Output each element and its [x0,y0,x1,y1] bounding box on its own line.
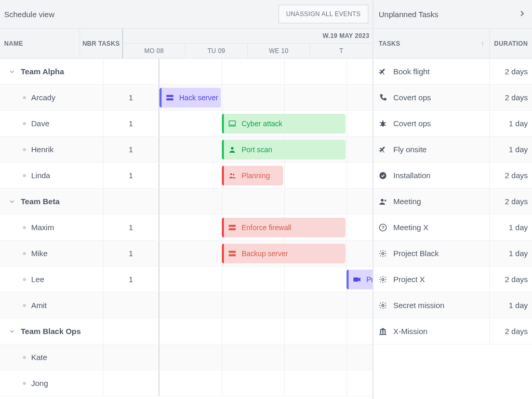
gear-icon [379,249,387,258]
row-timeline-cell[interactable] [159,59,373,84]
unplanned-task-row[interactable]: Secret mission 1 day [374,292,532,318]
server-icon [228,223,236,232]
timeline-gridline [284,267,285,292]
resource-row[interactable]: Amit [0,292,373,318]
task-duration-cell: 2 days [490,318,532,344]
row-name-cell[interactable]: Jong [0,370,103,396]
row-timeline-cell[interactable] [159,318,373,344]
task-label: Project X [393,275,425,284]
bullet-icon [23,278,26,281]
task-label: Installation [393,171,431,180]
row-name-cell[interactable]: Team Beta [0,189,103,214]
scheduled-event[interactable]: Enforce firewall [222,218,345,237]
timeline-gridline [347,241,347,266]
unplanned-task-row[interactable]: Meeting X 1 day [374,215,532,241]
unplanned-task-row[interactable]: Book flight 2 days [374,59,532,85]
team-row[interactable]: Team Alpha [0,59,373,85]
row-name-cell[interactable]: Linda [0,163,103,188]
timeline-gridline [347,370,347,396]
day-header[interactable]: TU 09 [185,44,248,58]
unplanned-task-row[interactable]: Project Black 1 day [374,241,532,267]
row-timeline-cell[interactable] [159,344,373,370]
unplanned-task-row[interactable]: Fly onsite 1 day [374,137,532,163]
event-label: Backup server [242,249,288,258]
row-timeline-cell[interactable]: Enforce firewall [159,215,373,240]
collapse-panel-icon[interactable] [517,9,527,20]
resource-row[interactable]: Mike1Backup server [0,241,373,267]
row-timeline-cell[interactable]: Port scan [159,137,373,162]
chevron-down-icon[interactable] [8,328,16,335]
scheduled-event[interactable]: Hack server [159,88,221,108]
unplanned-task-row[interactable]: X-Mission 2 days [374,318,532,344]
row-timeline-cell[interactable]: Backup server [159,241,373,266]
unplanned-task-row[interactable]: Project X 2 days [374,267,532,292]
resource-row[interactable]: Kate [0,344,373,370]
unassign-all-button[interactable]: UNASSIGN ALL EVENTS [278,5,368,23]
team-row[interactable]: Team Beta [0,189,373,215]
person-label: Linda [31,171,50,180]
unplanned-task-row[interactable]: Installation 2 days [374,163,532,189]
resource-row[interactable]: Arcady1Hack server [0,85,373,111]
resource-row[interactable]: Jong [0,370,373,396]
resource-row[interactable]: Henrik1Port scan [0,137,373,163]
row-name-cell[interactable]: Mike [0,241,103,266]
plane-icon [379,68,387,76]
schedule-header: Schedule view UNASSIGN ALL EVENTS [0,0,373,28]
event-label: Hack server [179,94,218,102]
bullet-icon [23,96,26,99]
resource-row[interactable]: Maxim1Enforce firewall [0,215,373,241]
question-icon [379,223,387,232]
task-label: Meeting X [393,223,429,232]
resource-row[interactable]: Linda1Planning [0,163,373,189]
scheduled-event[interactable]: Port scan [222,140,345,159]
column-header-nbr[interactable]: NBR TASKS [80,29,123,58]
timeline-gridline [347,111,347,136]
row-timeline-cell[interactable]: Cyber attack [159,111,373,136]
task-label: Covert ops [393,119,431,128]
column-header-name[interactable]: NAME [0,29,80,58]
row-timeline-cell[interactable]: Hack server [159,85,373,110]
scheduled-event[interactable]: Cyber attack [222,114,345,134]
unplanned-task-row[interactable]: Covert ops 1 day [374,111,532,137]
row-name-cell[interactable]: Kate [0,344,103,370]
row-name-cell[interactable]: Henrik [0,137,103,162]
column-header-tasks-label: TASKS [379,40,400,47]
scheduled-event[interactable]: Backup server [222,244,345,263]
day-header[interactable]: T [310,44,373,58]
day-header[interactable]: WE 10 [248,44,310,58]
event-label: Planning [242,171,270,180]
scheduled-event[interactable]: Pr [347,270,373,289]
video-icon [353,275,361,284]
schedule-body[interactable]: Team AlphaArcady1Hack serverDave1Cyber a… [0,59,373,399]
user-icon [228,145,236,154]
event-label: Enforce firewall [242,223,291,232]
team-row[interactable]: Team Black Ops [0,318,373,344]
unplanned-body[interactable]: Book flight 2 days Covert ops 2 days Cov… [374,59,532,399]
chevron-down-icon[interactable] [8,198,16,205]
resource-row[interactable]: Dave1Cyber attack [0,111,373,137]
chevron-down-icon[interactable] [8,68,16,75]
task-name-cell: Project Black [374,241,490,266]
row-timeline-cell[interactable]: Planning [159,163,373,188]
row-name-cell[interactable]: Team Black Ops [0,318,103,344]
row-name-cell[interactable]: Arcady [0,85,103,110]
row-name-cell[interactable]: Amit [0,292,103,318]
timeline-gridline [222,267,222,292]
unplanned-task-row[interactable]: Covert ops 2 days [374,85,532,111]
row-name-cell[interactable]: Team Alpha [0,59,103,84]
column-header-duration[interactable]: DURATION [490,29,532,58]
task-label: Project Black [393,249,439,258]
unplanned-task-row[interactable]: Meeting 2 days [374,189,532,215]
resource-row[interactable]: Lee1Pr [0,267,373,292]
scheduled-event[interactable]: Planning [222,166,283,185]
row-timeline-cell[interactable]: Pr [159,267,373,292]
row-timeline-cell[interactable] [159,292,373,318]
column-header-tasks[interactable]: TASKS ↑ [374,29,490,58]
row-timeline-cell[interactable] [159,370,373,396]
person-label: Dave [31,119,49,128]
row-name-cell[interactable]: Maxim [0,215,103,240]
day-header[interactable]: MO 08 [123,44,185,58]
row-timeline-cell[interactable] [159,189,373,214]
row-name-cell[interactable]: Dave [0,111,103,136]
row-name-cell[interactable]: Lee [0,267,103,292]
